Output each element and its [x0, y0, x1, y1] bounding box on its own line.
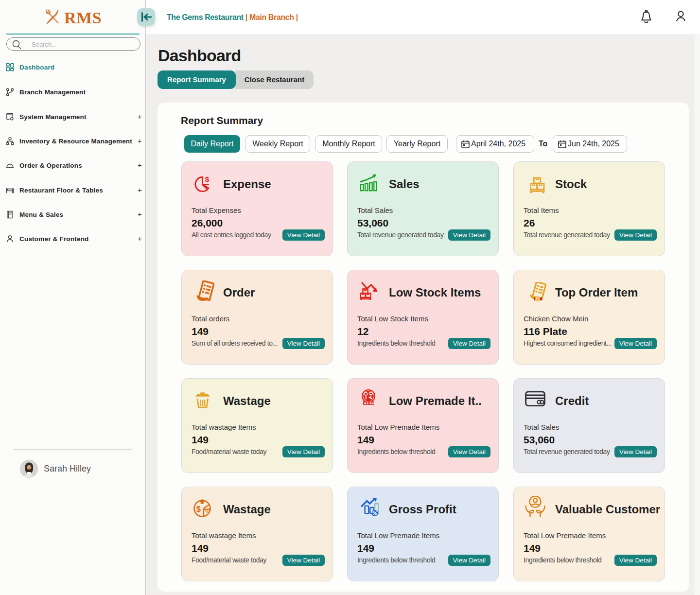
svg-text:%: % [205, 508, 210, 514]
svg-text:$: $ [196, 505, 201, 514]
svg-text:$: $ [205, 175, 210, 183]
